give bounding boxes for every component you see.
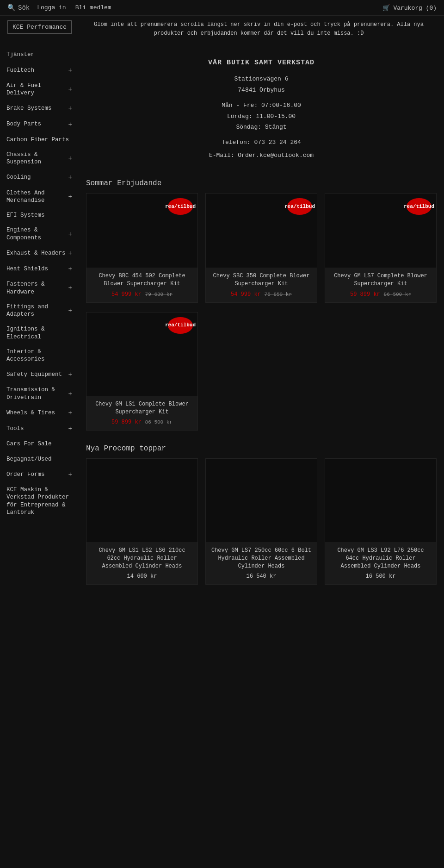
product-info-0: Chevy BBC 454 502 Complete Blower Superc… <box>86 268 197 302</box>
sidebar-item-1[interactable]: Fueltech+ <box>0 62 79 78</box>
sidebar-item-label-2: Air & Fuel Delivery <box>6 82 68 97</box>
summer-sale-single: rea/tilbud Chevy GM LS1 Complete Blower … <box>86 312 437 431</box>
sidebar-item-15[interactable]: Ignitions & Electrical <box>0 322 79 344</box>
sidebar-expand-icon-2[interactable]: + <box>68 85 72 94</box>
summer-product-4[interactable]: rea/tilbud Chevy GM LS1 Complete Blower … <box>86 312 198 431</box>
sidebar-item-5[interactable]: Carbon Fiber Parts <box>0 132 79 147</box>
sidebar-item-19[interactable]: Wheels & Tires+ <box>0 405 79 421</box>
header-notice: Glöm inte att prenumerera scrolla längst… <box>81 20 437 38</box>
sidebar-item-23[interactable]: Order Forms+ <box>0 467 79 482</box>
procomp-price-2: 16 500 kr <box>330 573 432 580</box>
sidebar-expand-icon-19[interactable]: + <box>68 409 72 417</box>
sidebar-item-6[interactable]: Chassis & Suspension+ <box>0 147 79 170</box>
sidebar-item-21[interactable]: Cars For Sale <box>0 437 79 451</box>
sidebar-item-20[interactable]: Tools+ <box>0 421 79 437</box>
nav-links: Logga in Bli medlem <box>37 4 375 11</box>
sidebar-expand-icon-6[interactable]: + <box>68 154 72 162</box>
sidebar-item-22[interactable]: Begagnat/Used <box>0 452 79 467</box>
main-layout: TjänsterFueltech+Air & Fuel Delivery+Bra… <box>0 43 444 598</box>
procomp-info-0: Chevy GM LS1 LS2 LS6 210cc 62cc Hydrauli… <box>86 542 197 584</box>
procomp-image-1 <box>206 459 317 542</box>
sidebar-expand-icon-13[interactable]: + <box>68 284 72 292</box>
procomp-name-1: Chevy GM LS7 250cc 60cc 6 Bolt Hydraulic… <box>210 547 312 570</box>
summer-product-1[interactable]: rea/tilbud Chevy SBC 350 Complete Blower… <box>205 193 317 303</box>
content: VÅR BUTIK SAMT VERKSTAD Stationsvägen 6 … <box>79 43 444 598</box>
sale-badge-1: rea/tilbud <box>287 198 312 215</box>
sidebar-item-label-9: EFI Systems <box>6 212 45 219</box>
sidebar-expand-icon-8[interactable]: + <box>68 193 72 201</box>
product-name-2: Chevy GM LS7 Complete Blower Supercharge… <box>330 272 432 288</box>
email: E-Mail: Order.kce@outlook.com <box>105 150 418 161</box>
summer-product-0[interactable]: rea/tilbud Chevy BBC 454 502 Complete Bl… <box>86 193 198 303</box>
sidebar-item-14[interactable]: Fittings and Adapters+ <box>0 300 79 322</box>
sidebar-item-label-16: Interior & Accessories <box>6 348 72 363</box>
procomp-price-0: 14 600 kr <box>91 573 193 580</box>
sidebar-expand-icon-17[interactable]: + <box>68 370 72 379</box>
login-link[interactable]: Logga in <box>37 4 66 11</box>
summer-sale-grid: rea/tilbud Chevy BBC 454 502 Complete Bl… <box>86 193 437 303</box>
address-line1: Stationsvägen 6 <box>105 74 418 84</box>
product-image-0: rea/tilbud <box>86 194 197 268</box>
procomp-product-2[interactable]: Chevy GM LS3 L92 L76 250cc 64cc Hydrauli… <box>325 458 437 584</box>
price-original-4: 86 500 kr <box>145 419 173 425</box>
sidebar-item-label-5: Carbon Fiber Parts <box>6 136 69 144</box>
procomp-grid: Chevy GM LS1 LS2 LS6 210cc 62cc Hydrauli… <box>86 458 437 584</box>
member-link[interactable]: Bli medlem <box>75 4 111 11</box>
sidebar-item-11[interactable]: Exhaust & Headers+ <box>0 245 79 261</box>
product-image-1: rea/tilbud <box>206 194 317 268</box>
procomp-product-0[interactable]: Chevy GM LS1 LS2 LS6 210cc 62cc Hydrauli… <box>86 458 198 584</box>
sidebar-item-2[interactable]: Air & Fuel Delivery+ <box>0 78 79 101</box>
procomp-product-1[interactable]: Chevy GM LS7 250cc 60cc 6 Bolt Hydraulic… <box>205 458 317 584</box>
sidebar-item-18[interactable]: Transmission & Drivetrain+ <box>0 382 79 405</box>
product-image-2: rea/tilbud <box>325 194 436 268</box>
sidebar-expand-icon-23[interactable]: + <box>68 470 72 479</box>
sidebar-item-3[interactable]: Brake Systems+ <box>0 100 79 116</box>
sidebar-expand-icon-11[interactable]: + <box>68 249 72 257</box>
product-info-2: Chevy GM LS7 Complete Blower Supercharge… <box>325 268 436 302</box>
sidebar-item-label-4: Body Parts <box>6 120 41 128</box>
search-icon: 🔍 <box>7 4 15 12</box>
sidebar-expand-icon-10[interactable]: + <box>68 230 72 238</box>
product-name-0: Chevy BBC 454 502 Complete Blower Superc… <box>91 272 193 288</box>
sidebar-expand-icon-4[interactable]: + <box>68 120 72 129</box>
address-line2: 74841 Örbyhus <box>105 85 418 95</box>
search-area[interactable]: 🔍 Sök <box>7 4 30 12</box>
sidebar-expand-icon-18[interactable]: + <box>68 390 72 398</box>
sidebar-item-label-19: Wheels & Tires <box>6 409 55 417</box>
logo[interactable]: KCE Perfromance <box>7 20 72 34</box>
sidebar-item-7[interactable]: Cooling+ <box>0 169 79 185</box>
price-sale-4: 59 899 kr <box>111 419 142 425</box>
sidebar-expand-icon-12[interactable]: + <box>68 265 72 273</box>
sidebar-item-label-20: Tools <box>6 425 24 432</box>
sidebar-expand-icon-14[interactable]: + <box>68 306 72 315</box>
procomp-heading: Nya Procomp toppar <box>86 444 437 453</box>
sidebar-expand-icon-1[interactable]: + <box>68 66 72 75</box>
hours-saturday: Lördag: 11.00-15.00 <box>105 111 418 122</box>
sidebar-item-label-14: Fittings and Adapters <box>6 303 68 318</box>
product-name-4: Chevy GM LS1 Complete Blower Supercharge… <box>91 400 193 416</box>
sidebar-item-9[interactable]: EFI Systems <box>0 208 79 223</box>
sidebar-item-13[interactable]: Fasteners & Hardware+ <box>0 277 79 300</box>
product-info-4: Chevy GM LS1 Complete Blower Supercharge… <box>86 396 197 431</box>
sidebar-item-17[interactable]: Safety Equipment+ <box>0 367 79 382</box>
procomp-image-2 <box>325 459 436 542</box>
sidebar-item-label-18: Transmission & Drivetrain <box>6 386 68 401</box>
sidebar-item-8[interactable]: Clothes And Merchandise+ <box>0 186 79 208</box>
sidebar-item-16[interactable]: Interior & Accessories <box>0 344 79 367</box>
sidebar-expand-icon-3[interactable]: + <box>68 104 72 112</box>
price-original-0: 79 680 kr <box>145 292 173 297</box>
sidebar-item-12[interactable]: Heat Shields+ <box>0 261 79 277</box>
cart-area[interactable]: 🛒 Varukorg (0) <box>382 4 437 12</box>
price-sale-1: 54 999 kr <box>231 291 261 298</box>
price-original-1: 75 850 kr <box>265 292 292 297</box>
store-title: VÅR BUTIK SAMT VERKSTAD <box>105 56 418 69</box>
header-bar: KCE Perfromance Glöm inte att prenumerer… <box>0 16 444 43</box>
summer-product-2[interactable]: rea/tilbud Chevy GM LS7 Complete Blower … <box>325 193 437 303</box>
sidebar-item-10[interactable]: Engines & Components+ <box>0 223 79 245</box>
sidebar-expand-icon-20[interactable]: + <box>68 425 72 433</box>
sidebar-expand-icon-7[interactable]: + <box>68 173 72 181</box>
sidebar-item-24[interactable]: KCE Maskin & Verkstad Produkter för Entr… <box>0 482 79 520</box>
sidebar-item-0[interactable]: Tjänster <box>0 47 79 62</box>
sidebar-item-4[interactable]: Body Parts+ <box>0 117 79 132</box>
top-nav: 🔍 Sök Logga in Bli medlem 🛒 Varukorg (0) <box>0 0 444 16</box>
